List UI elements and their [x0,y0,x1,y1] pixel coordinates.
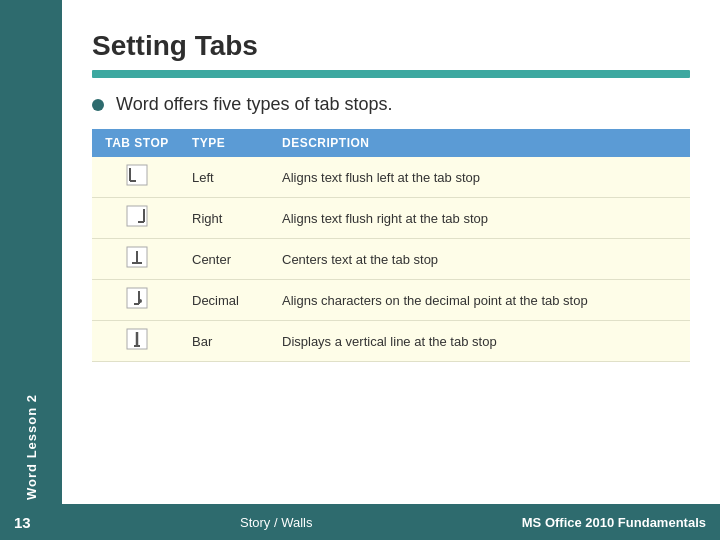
right-tab-icon [92,198,182,239]
tab-table: TAB STOP TYPE DESCRIPTION LeftAligns tex… [92,129,690,362]
bullet-text: Word offers five types of tab stops. [116,94,392,115]
page-title: Setting Tabs [92,30,690,62]
table-row: DecimalAligns characters on the decimal … [92,280,690,321]
bar-tab-icon [92,321,182,362]
table-header-row: TAB STOP TYPE DESCRIPTION [92,129,690,157]
left-sidebar: Word Lesson 2 [0,0,62,540]
tab-type-cell: Right [182,198,272,239]
bullet-dot [92,99,104,111]
slide-container: Word Lesson 2 Setting Tabs Word offers f… [0,0,720,540]
col-header-tab-stop: TAB STOP [92,129,182,157]
tab-description-cell: Aligns characters on the decimal point a… [272,280,690,321]
sidebar-label: Word Lesson 2 [24,394,39,500]
tab-description-cell: Aligns text flush right at the tab stop [272,198,690,239]
tab-description-cell: Centers text at the tab stop [272,239,690,280]
decimal-tab-icon [92,280,182,321]
main-content: Setting Tabs Word offers five types of t… [62,0,720,540]
table-row: RightAligns text flush right at the tab … [92,198,690,239]
tab-description-cell: Aligns text flush left at the tab stop [272,157,690,198]
accent-bar [92,70,690,78]
col-header-type: TYPE [182,129,272,157]
footer-right: MS Office 2010 Fundamentals [522,515,706,530]
tab-description-cell: Displays a vertical line at the tab stop [272,321,690,362]
tab-type-cell: Decimal [182,280,272,321]
center-tab-icon [92,239,182,280]
table-row: CenterCenters text at the tab stop [92,239,690,280]
tab-type-cell: Center [182,239,272,280]
left-tab-icon [92,157,182,198]
svg-point-12 [138,299,142,303]
tab-type-cell: Left [182,157,272,198]
tab-type-cell: Bar [182,321,272,362]
col-header-description: DESCRIPTION [272,129,690,157]
table-row: BarDisplays a vertical line at the tab s… [92,321,690,362]
page-number: 13 [14,514,31,531]
bottom-bar: 13 Story / Walls MS Office 2010 Fundamen… [0,504,720,540]
table-row: LeftAligns text flush left at the tab st… [92,157,690,198]
svg-rect-15 [134,345,140,347]
footer-left: Story / Walls [240,515,312,530]
bullet-row: Word offers five types of tab stops. [92,94,690,115]
